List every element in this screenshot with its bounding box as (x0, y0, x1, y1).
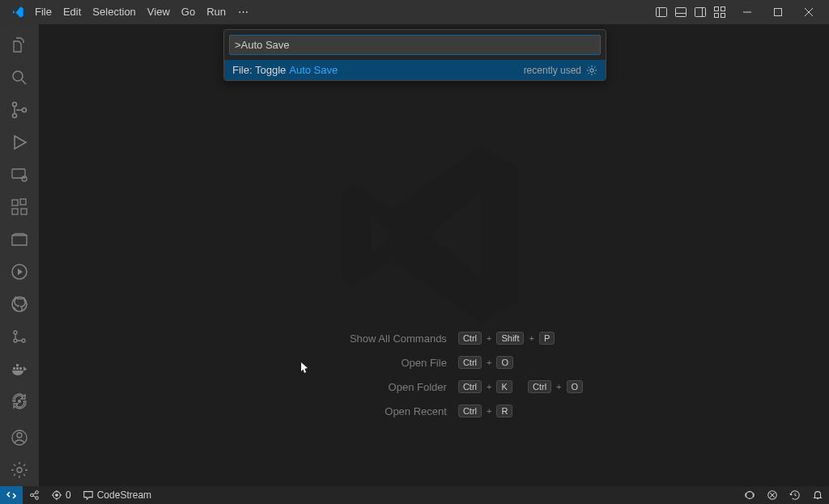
menu-run[interactable]: Run (201, 0, 232, 24)
remote-explorer-icon[interactable] (0, 159, 39, 191)
toggle-panel-icon[interactable] (672, 3, 690, 21)
svg-point-52 (746, 492, 754, 499)
extensions-icon[interactable] (0, 191, 39, 223)
live-share-icon[interactable] (0, 256, 39, 288)
svg-rect-26 (20, 199, 26, 205)
status-history-icon[interactable] (784, 486, 806, 504)
svg-rect-7 (721, 7, 725, 11)
status-golive[interactable] (738, 486, 761, 504)
svg-rect-35 (19, 367, 22, 370)
svg-rect-34 (16, 367, 19, 370)
toggle-secondary-sidebar-icon[interactable] (691, 3, 709, 21)
menu-go[interactable]: Go (176, 0, 201, 24)
result-prefix: File: Toggle (232, 64, 286, 76)
window-controls (733, 0, 823, 24)
svg-rect-36 (16, 364, 19, 366)
svg-point-17 (13, 103, 17, 107)
toggle-primary-sidebar-icon[interactable] (653, 3, 670, 21)
command-palette-result[interactable]: File: Toggle Auto Save recently used (224, 60, 606, 80)
svg-marker-20 (15, 136, 26, 149)
menu-bar: File Edit Selection View Go Run ⋯ (29, 0, 255, 24)
svg-marker-28 (18, 269, 23, 275)
svg-line-44 (33, 493, 36, 494)
command-palette: File: Toggle Auto Save recently used (223, 29, 606, 81)
layout-controls (653, 3, 729, 21)
activity-bar (0, 24, 39, 486)
hint-show-all-commands: Show All Commands Ctrl+Shift+P (285, 332, 583, 345)
svg-point-22 (22, 176, 27, 181)
svg-point-43 (36, 497, 39, 500)
svg-point-32 (22, 339, 25, 342)
svg-rect-23 (12, 200, 18, 205)
settings-sync-icon[interactable] (0, 385, 39, 417)
run-debug-icon[interactable] (0, 126, 39, 159)
status-bar: 0 CodeStream (0, 486, 829, 504)
svg-point-41 (31, 493, 34, 497)
window-maximize-icon[interactable] (764, 0, 792, 24)
vscode-logo-icon (11, 6, 24, 19)
docker-icon[interactable] (0, 353, 39, 385)
vscode-watermark-icon (329, 129, 539, 340)
recently-used-label: recently used (524, 65, 581, 76)
hint-open-folder: Open Folder Ctrl+K Ctrl+O (285, 380, 583, 393)
svg-rect-0 (657, 8, 667, 17)
welcome-hints: Show All Commands Ctrl+Shift+P Open File… (285, 332, 583, 417)
svg-rect-25 (21, 209, 27, 214)
customize-layout-icon[interactable] (711, 3, 729, 21)
svg-point-47 (56, 494, 58, 497)
svg-point-37 (18, 400, 21, 403)
hint-label: Show All Commands (285, 332, 447, 345)
svg-point-39 (17, 433, 22, 438)
editor-area: Show All Commands Ctrl+Shift+P Open File… (39, 24, 829, 486)
menu-file[interactable]: File (29, 0, 57, 24)
hint-label: Open Folder (285, 381, 447, 393)
status-prettier-icon[interactable] (761, 486, 784, 504)
window-close-icon[interactable] (795, 0, 823, 24)
accounts-icon[interactable] (0, 421, 39, 454)
svg-rect-6 (715, 7, 719, 11)
svg-point-42 (36, 491, 39, 494)
explorer-icon[interactable] (0, 29, 39, 61)
menu-overflow[interactable]: ⋯ (232, 0, 255, 24)
svg-point-40 (17, 468, 22, 472)
hint-open-file: Open File Ctrl+O (285, 356, 583, 369)
hint-label: Open Recent (285, 405, 447, 417)
svg-rect-9 (721, 14, 725, 18)
menu-selection[interactable]: Selection (87, 0, 141, 24)
titlebar: File Edit Selection View Go Run ⋯ (0, 0, 829, 24)
svg-point-14 (590, 68, 593, 71)
gitlens-icon[interactable] (0, 320, 39, 353)
remote-indicator-icon[interactable] (0, 486, 23, 504)
status-live-share[interactable] (23, 486, 45, 504)
svg-point-15 (13, 71, 23, 81)
svg-rect-33 (13, 367, 15, 370)
svg-point-30 (14, 331, 17, 334)
github-icon[interactable] (0, 288, 39, 320)
svg-point-18 (13, 114, 17, 118)
status-ports[interactable]: 0 (45, 486, 77, 504)
svg-rect-24 (12, 209, 18, 214)
status-codestream[interactable]: CodeStream (77, 486, 157, 504)
result-highlight: Auto Save (289, 64, 338, 76)
source-control-icon[interactable] (0, 94, 39, 126)
status-bell-icon[interactable] (806, 486, 829, 504)
svg-rect-2 (676, 8, 687, 17)
svg-point-19 (23, 108, 27, 112)
hint-open-recent: Open Recent Ctrl+R (285, 404, 583, 417)
svg-point-31 (14, 339, 17, 342)
svg-line-16 (22, 80, 26, 84)
menu-view[interactable]: View (142, 0, 176, 24)
search-icon[interactable] (0, 61, 39, 94)
project-manager-icon[interactable] (0, 223, 39, 256)
gear-icon[interactable] (586, 65, 597, 76)
manage-gear-icon[interactable] (0, 454, 39, 486)
hint-label: Open File (285, 357, 447, 369)
window-minimize-icon[interactable] (733, 0, 761, 24)
menu-edit[interactable]: Edit (57, 0, 87, 24)
svg-line-45 (33, 496, 36, 498)
command-palette-input[interactable] (229, 35, 601, 55)
svg-rect-11 (775, 9, 782, 16)
svg-rect-4 (695, 8, 706, 17)
svg-rect-8 (715, 14, 719, 18)
